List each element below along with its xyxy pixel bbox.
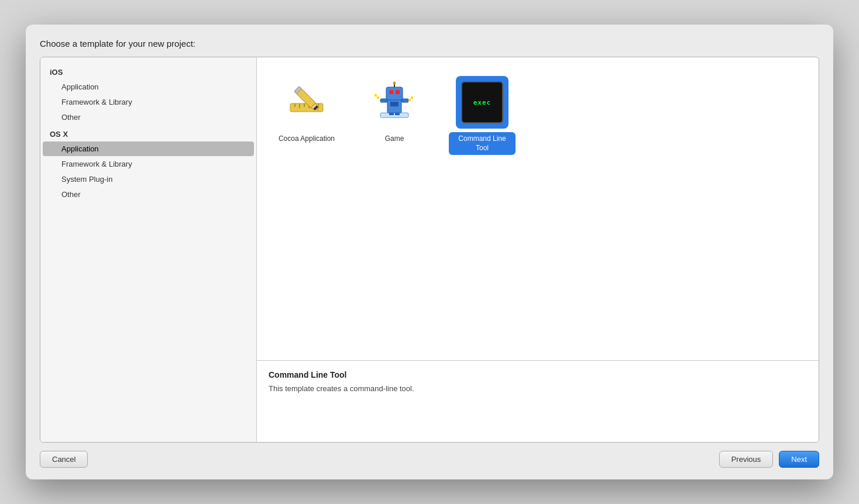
dialog-title: Choose a template for your new project:: [40, 39, 819, 49]
cmd-icon-wrap: exec: [456, 76, 508, 129]
template-command-line-tool[interactable]: exec Command Line Tool: [444, 71, 520, 160]
template-cocoa-application[interactable]: Cocoa Application: [269, 71, 345, 160]
svg-rect-24: [411, 96, 413, 99]
svg-rect-11: [380, 113, 408, 118]
sidebar-item-ios-other[interactable]: Other: [43, 110, 254, 125]
sidebar-group-ios: iOS: [40, 63, 256, 79]
cocoa-application-icon: [286, 81, 328, 123]
cocoa-application-label: Cocoa Application: [275, 132, 338, 146]
svg-point-17: [393, 82, 396, 85]
next-button[interactable]: Next: [779, 451, 819, 468]
sidebar-item-ios-framework[interactable]: Framework & Library: [43, 95, 254, 109]
svg-rect-15: [396, 90, 400, 94]
svg-rect-22: [390, 102, 398, 106]
sidebar: iOS Application Framework & Library Othe…: [40, 57, 257, 442]
sidebar-item-osx-framework[interactable]: Framework & Library: [43, 157, 254, 171]
description-text: This template creates a command-line too…: [269, 384, 807, 393]
sidebar-group-osx: OS X: [40, 125, 256, 141]
previous-button[interactable]: Previous: [719, 451, 774, 468]
footer-right-buttons: Previous Next: [719, 451, 819, 468]
svg-rect-19: [401, 99, 408, 102]
sidebar-item-ios-application[interactable]: Application: [43, 80, 254, 94]
sidebar-item-osx-plugin[interactable]: System Plug-in: [43, 172, 254, 187]
sidebar-item-osx-other[interactable]: Other: [43, 187, 254, 202]
svg-rect-13: [386, 87, 403, 100]
template-grid: Cocoa Application: [257, 57, 819, 360]
svg-rect-26: [374, 94, 377, 96]
description-title: Command Line Tool: [269, 370, 807, 379]
game-label: Game: [382, 132, 408, 146]
game-icon-wrap: [368, 76, 421, 129]
main-content: Cocoa Application: [257, 57, 819, 442]
svg-rect-18: [380, 99, 387, 102]
dialog-body: iOS Application Framework & Library Othe…: [40, 57, 819, 443]
svg-rect-23: [408, 99, 411, 101]
cmd-tool-icon: exec: [461, 81, 503, 123]
svg-rect-14: [389, 90, 393, 94]
dialog-footer: Cancel Previous Next: [40, 443, 819, 468]
cancel-button[interactable]: Cancel: [40, 451, 88, 468]
svg-rect-20: [389, 113, 394, 115]
new-project-dialog: Choose a template for your new project: …: [26, 25, 833, 479]
sidebar-item-osx-application[interactable]: Application: [43, 141, 254, 156]
svg-rect-21: [395, 113, 400, 115]
svg-rect-25: [377, 96, 379, 99]
description-panel: Command Line Tool This template creates …: [257, 360, 819, 442]
game-icon: [374, 81, 414, 123]
cmd-label: Command Line Tool: [449, 132, 516, 155]
exec-text: exec: [473, 99, 492, 106]
template-game[interactable]: Game: [356, 71, 432, 160]
cocoa-application-icon-wrap: [280, 76, 333, 129]
